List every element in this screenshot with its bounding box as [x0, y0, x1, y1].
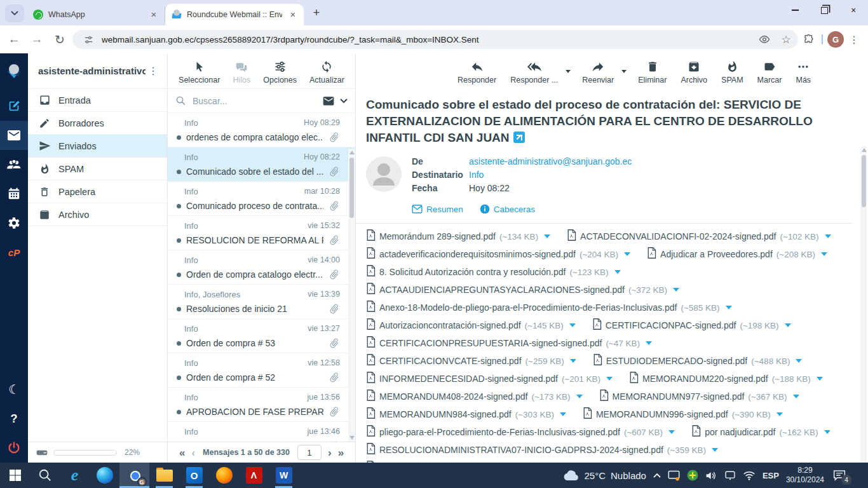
attachment[interactable]: CERTIFICACIONPAC-signed.pdf(~198 KB) [592, 318, 791, 332]
summary-link[interactable]: Resumen [412, 205, 463, 214]
folder-item-borradores[interactable]: Borradores [28, 112, 167, 135]
attachment[interactable]: CERTIFICACIONVCATE-signed.pdf(~259 KB) [366, 354, 576, 368]
attachment-name[interactable]: Adjudicar a Proveedores.pdf [660, 249, 773, 259]
dark-mode-button[interactable]: ☾ [0, 375, 28, 404]
attachment-name[interactable]: MEMORANDUM220-signed.pdf [642, 374, 768, 384]
attachment-name[interactable]: INFORMEDENECESIDAD-signed-signed.pdf [379, 374, 558, 384]
attachment-menu-icon[interactable] [668, 430, 675, 434]
chrome-button[interactable]: G [119, 463, 149, 488]
attachment-menu-icon[interactable] [569, 323, 576, 327]
attachment[interactable]: Autorizacioncontratación-signed.pdf(~145… [366, 318, 576, 332]
site-settings-icon[interactable] [80, 31, 97, 48]
delete-button[interactable]: Eliminar [632, 58, 673, 86]
message-row[interactable]: Infojue 13:56APROBACION DE FASE PREPARA.… [168, 388, 355, 422]
cpanel-button[interactable]: cP [0, 238, 28, 267]
attachment[interactable]: MEMORANDUMN977-signed.pdf(~367 KB) [599, 390, 799, 403]
help-button[interactable]: ? [0, 404, 28, 433]
forward-menu-caret[interactable] [621, 70, 627, 73]
attachment-name[interactable]: ACTADECONVALIDACIONFI-02-2024-signed.pdf [580, 231, 776, 241]
reading-mode-eye-icon[interactable] [756, 31, 773, 48]
attachment-menu-icon[interactable] [793, 395, 799, 398]
threads-button[interactable]: Hilos [227, 58, 255, 86]
refresh-button[interactable]: Actualizar [304, 58, 349, 86]
attachment-menu-icon[interactable] [614, 270, 621, 274]
attachment[interactable]: ESTUDIODEMERCADO-signed.pdf(~488 KB) [593, 354, 803, 368]
attachment-menu-icon[interactable] [825, 234, 831, 238]
attachment-name[interactable]: Anexo-18-Modelo-de-pliego-para-el-Proced… [379, 302, 677, 313]
attachment[interactable]: por nadjudicar.pdf(~162 KB) [691, 425, 830, 439]
outlook-button[interactable]: O [179, 463, 209, 488]
forward-button[interactable]: → [27, 29, 47, 50]
attachment-name[interactable]: ACTAAUDIENCIAPREGUNTASYACLARACIONES-sign… [379, 285, 625, 295]
restore-button[interactable] [810, 0, 839, 20]
bookmark-star-icon[interactable]: ☆ [778, 31, 794, 48]
minimize-button[interactable] [780, 0, 810, 20]
search-scope-mail-icon[interactable] [322, 95, 335, 107]
more-button[interactable]: Más [789, 58, 817, 86]
search-input[interactable] [191, 95, 317, 107]
attachment[interactable]: ACTAAUDIENCIAPREGUNTASYACLARACIONES-sign… [366, 283, 679, 297]
page-number-input[interactable] [297, 445, 322, 460]
to-address-link[interactable]: Info [469, 170, 484, 180]
tab-search-button[interactable] [5, 4, 24, 22]
start-button[interactable] [0, 463, 30, 488]
attachment-name[interactable]: RESOLUCIONADMINISTRATIVA07-INICIO-GADPRS… [379, 445, 663, 455]
prev-page-button[interactable]: ‹ [191, 447, 195, 458]
logout-button[interactable] [0, 433, 28, 463]
first-page-button[interactable]: « [179, 447, 185, 458]
attachment[interactable]: actadeverificacionderequisitosminimos-si… [366, 247, 630, 261]
attachment-name[interactable]: por nadjudicar.pdf [705, 427, 775, 437]
taskbar-search-button[interactable] [30, 463, 60, 488]
attachment-name[interactable]: CERTIFICACIONVCATE-signed.pdf [379, 356, 522, 366]
attachment-menu-icon[interactable] [824, 430, 831, 434]
attachment[interactable]: pliego-para-el-Procedimiento-de-Ferias-I… [366, 425, 675, 439]
attachment-name[interactable]: MEMORANDUMN996-signed.pdf [596, 409, 728, 419]
language-indicator[interactable]: ESP [763, 471, 779, 480]
reply-all-button[interactable]: Responder ... [504, 58, 564, 86]
message-row[interactable]: InfoHoy 08:22Comunicado sobre el estado … [168, 147, 355, 182]
attachment-menu-icon[interactable] [817, 377, 823, 381]
attachment-menu-icon[interactable] [646, 341, 652, 345]
wifi-icon[interactable] [743, 471, 756, 480]
cast-screen-icon[interactable] [668, 470, 680, 481]
message-row[interactable]: Infomar 10:28Comunicado proceso de contr… [168, 182, 355, 216]
weather-widget[interactable]: 25°C Nublado [563, 470, 646, 481]
attachment-name[interactable]: 8. Solicitud Autorización contra y resol… [379, 267, 566, 277]
message-view-scrollbar[interactable] [860, 146, 867, 463]
attachment-name[interactable]: actadeverificacionderequisitosminimos-si… [379, 249, 576, 259]
volume-icon[interactable] [705, 470, 717, 481]
scroll-up-arrow[interactable] [862, 148, 867, 152]
reply-all-menu-caret[interactable] [566, 70, 571, 73]
attachment[interactable]: ACTADECONVALIDACIONFI-02-2024-signed.pdf… [567, 229, 831, 243]
attachment-menu-icon[interactable] [560, 412, 566, 416]
attachment-name[interactable]: pliego-para-el-Procedimiento-de-Ferias-I… [379, 427, 620, 437]
last-page-button[interactable]: » [338, 447, 344, 458]
tray-expand-chevron[interactable] [653, 473, 661, 478]
firefox-button[interactable] [209, 463, 239, 488]
attachment-menu-icon[interactable] [576, 395, 583, 398]
message-row[interactable]: Infovie 14:00Orden de compra catalogo el… [168, 250, 355, 285]
message-row[interactable]: Infojue 13:46TERMINOSDEREFERENCIA... [168, 422, 355, 442]
extensions-puzzle-icon[interactable] [801, 31, 817, 48]
tab-close-icon[interactable]: × [148, 9, 159, 20]
close-button[interactable]: × [839, 0, 868, 20]
settings-nav-button[interactable] [0, 208, 28, 238]
folder-item-entrada[interactable]: Entrada [28, 89, 167, 112]
url-text[interactable]: webmail.sanjuan.gob.ec/cpsess2658892017/… [102, 35, 751, 44]
browser-profile-avatar[interactable]: G [827, 31, 844, 48]
folder-item-papelera[interactable]: Papelera [28, 180, 167, 203]
new-tab-button[interactable]: + [308, 4, 325, 22]
antivirus-icon[interactable] [687, 470, 698, 481]
attachment-menu-icon[interactable] [624, 252, 630, 256]
tab-roundcube[interactable]: Roundcube Webmail :: Enviados × [165, 4, 304, 25]
contacts-nav-button[interactable] [0, 150, 28, 179]
options-button[interactable]: Opciones [258, 58, 302, 86]
external-link-icon[interactable] [513, 132, 525, 143]
attachment-name[interactable]: Autorizacioncontratación-signed.pdf [379, 320, 521, 330]
forward-button[interactable]: Reenviar [576, 58, 620, 86]
calendar-nav-button[interactable] [0, 179, 28, 208]
internet-explorer-button[interactable]: e [60, 463, 90, 488]
acrobat-button[interactable]: Λ [239, 463, 269, 488]
attachment[interactable]: INFORMEDENECESIDAD-signed-signed.pdf(~20… [366, 372, 613, 386]
back-button[interactable]: ← [4, 29, 24, 50]
